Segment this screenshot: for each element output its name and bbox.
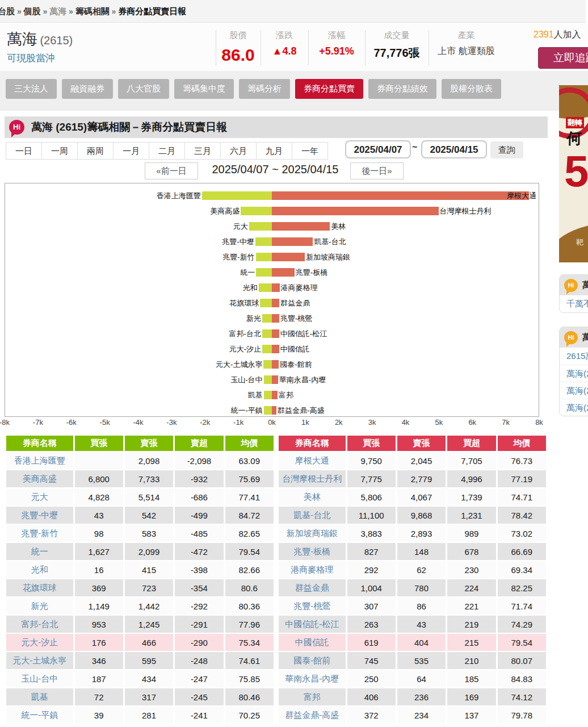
broker-link[interactable]: 元大-土城永寧: [6, 652, 73, 669]
broker-link[interactable]: 玉山-台中: [6, 670, 73, 687]
table-cell: 75.34: [225, 634, 274, 651]
broker-link[interactable]: 中國信託-松江: [279, 616, 346, 633]
broker-link[interactable]: 美林: [279, 488, 346, 505]
sidebar-link[interactable]: 千萬不: [560, 295, 588, 312]
broker-link[interactable]: 富邦: [279, 688, 346, 705]
table-cell: [75, 452, 123, 469]
tab-5[interactable]: 券商分點買賣: [295, 79, 363, 99]
broker-link[interactable]: 富邦-台北: [6, 616, 73, 633]
breadcrumb-item[interactable]: 萬海: [49, 6, 66, 16]
breadcrumb-item[interactable]: 個股: [24, 6, 41, 16]
table-cell: -485: [175, 525, 223, 542]
sidebar-link[interactable]: 2615萬: [560, 348, 588, 365]
broker-link[interactable]: 凱基: [6, 688, 73, 705]
sidebar-ad-banner[interactable]: 翻轉 何 5 靶: [559, 85, 588, 262]
broker-link[interactable]: 光和: [6, 561, 73, 578]
period-tab-7[interactable]: 九月: [256, 142, 292, 160]
period-tab-6[interactable]: 六月: [220, 142, 257, 160]
hi-logo-icon: Hi: [564, 279, 578, 292]
tab-0[interactable]: 三大法人: [6, 79, 57, 99]
table-cell: 780: [397, 579, 446, 596]
broker-link[interactable]: 兆豐-桃鶯: [279, 598, 346, 615]
broker-link[interactable]: 花旗環球: [6, 579, 73, 596]
tab-7[interactable]: 股權分散表: [442, 79, 501, 99]
period-tab-2[interactable]: 兩周: [77, 142, 114, 160]
broker-link[interactable]: 美商高盛: [6, 470, 73, 487]
period-tab-1[interactable]: 一周: [41, 142, 78, 160]
period-tab-3[interactable]: 一月: [113, 142, 149, 160]
table-cell: 215: [447, 634, 495, 651]
query-button[interactable]: 查詢: [490, 141, 523, 158]
buy-bar-label: 中國信託: [280, 341, 310, 357]
breadcrumb-item[interactable]: 籌碼相關: [75, 6, 110, 16]
broker-link[interactable]: 兆豐-新竹: [6, 525, 73, 542]
period-tab-0[interactable]: 一日: [6, 142, 42, 160]
breadcrumb-item[interactable]: 台股: [0, 6, 15, 16]
sell-bar: [259, 283, 272, 292]
tab-1[interactable]: 融資融券: [62, 79, 113, 99]
broker-link[interactable]: 新加坡商瑞銀: [279, 525, 346, 542]
broker-link[interactable]: 凱基-台北: [279, 507, 346, 524]
sidebar-link[interactable]: 萬海(2: [560, 365, 588, 382]
buy-bar: [272, 299, 279, 307]
table-cell: 210: [447, 652, 495, 669]
broker-link[interactable]: 兆豐-中壢: [6, 507, 73, 524]
column-header: 券商名稱: [6, 436, 73, 451]
follow-button[interactable]: 立即追蹤: [538, 47, 588, 69]
period-tab-5[interactable]: 三月: [184, 142, 221, 160]
breadcrumb-separator: »: [41, 7, 50, 16]
broker-link[interactable]: 華南永昌-內壢: [279, 670, 346, 687]
date-start-input[interactable]: 2025/04/07: [345, 140, 411, 158]
broker-link[interactable]: 統一: [6, 543, 73, 560]
table-cell: 619: [347, 634, 396, 651]
stat-divider: [429, 30, 429, 65]
table-cell: 74.12: [498, 688, 546, 705]
table-cell: 369: [75, 579, 123, 596]
broker-link[interactable]: 新光: [6, 598, 73, 615]
sidebar-link[interactable]: 萬海(2: [560, 399, 588, 416]
tab-4[interactable]: 籌碼分析: [239, 79, 290, 99]
axis-tick: -3k: [166, 418, 177, 427]
table-cell: 39: [75, 707, 123, 724]
period-tab-4[interactable]: 二月: [149, 142, 185, 160]
broker-link[interactable]: 摩根大通: [279, 452, 346, 469]
broker-link[interactable]: 元大: [6, 488, 73, 505]
broker-link[interactable]: 群益金鼎: [279, 579, 346, 596]
buy-side-table: 券商名稱買張賣張買超均價摩根大通9,7502,0457,70576.73台灣摩根…: [277, 434, 548, 725]
table-cell: 263: [347, 616, 396, 633]
broker-link[interactable]: 統一-平鎮: [6, 707, 73, 724]
axis-tick: -1k: [233, 418, 243, 427]
broker-link[interactable]: 中國信託: [279, 634, 346, 651]
column-header: 均價: [225, 436, 274, 451]
followers-number: 2391: [534, 30, 554, 39]
period-tab-8[interactable]: 一年: [292, 142, 328, 160]
tab-2[interactable]: 八大官股: [118, 79, 169, 99]
date-end-input[interactable]: 2025/04/15: [421, 140, 487, 158]
sell-bar: [202, 191, 272, 200]
table-cell: 2,045: [397, 452, 446, 469]
table-cell: -247: [175, 670, 223, 687]
day-trade-label[interactable]: 可現股當沖: [7, 52, 73, 65]
table-cell: 11,100: [347, 507, 396, 524]
broker-link[interactable]: 國泰-館前: [279, 652, 346, 669]
buy-bar: [272, 345, 279, 353]
next-day-button[interactable]: 後一日»: [350, 162, 404, 179]
axis-tick: 2k: [335, 418, 343, 427]
tab-6[interactable]: 券商分點績效: [368, 79, 436, 99]
stat-value: ▲4.8: [272, 45, 297, 57]
table-cell: -499: [175, 507, 223, 524]
hi-logo-icon: Hi: [9, 120, 24, 135]
broker-link[interactable]: 兆豐-板橋: [279, 543, 346, 560]
stat-value: 上市 航運類股: [438, 46, 494, 56]
broker-link[interactable]: 群益金鼎-高盛: [279, 707, 346, 724]
table-cell: 77.96: [225, 616, 274, 633]
tab-3[interactable]: 籌碼集中度: [174, 79, 234, 99]
prev-day-button[interactable]: «前一日: [145, 162, 198, 179]
broker-link[interactable]: 港商麥格理: [279, 561, 346, 578]
broker-link[interactable]: 台灣摩根士丹利: [279, 470, 346, 487]
bar-row: 統一-平鎮群益金鼎-高盛: [5, 403, 539, 418]
table-cell: -472: [175, 543, 223, 560]
broker-link[interactable]: 香港上海匯豐: [6, 452, 73, 469]
broker-link[interactable]: 元大-汐止: [6, 634, 73, 651]
sidebar-link[interactable]: 萬海(2: [560, 382, 588, 399]
